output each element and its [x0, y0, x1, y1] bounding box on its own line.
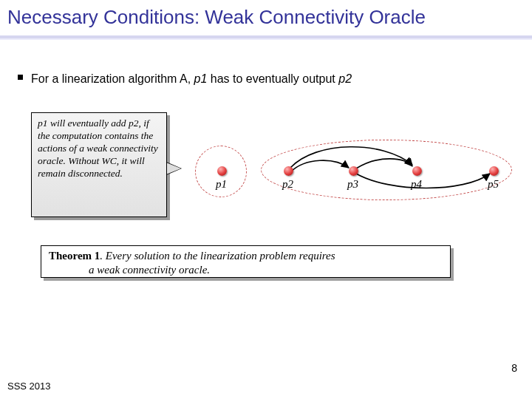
- theorem-label: Theorem 1: [49, 250, 100, 262]
- theorem-box: Theorem 1. Every solution to the lineari…: [41, 245, 451, 278]
- node-p3: [349, 166, 358, 176]
- title-underline: [0, 35, 532, 40]
- theorem-line2: a weak connectivity oracle.: [49, 264, 210, 276]
- page-number: 8: [511, 362, 517, 374]
- theorem-box-group: Theorem 1. Every solution to the lineari…: [41, 245, 454, 282]
- bullet-p1: p1: [194, 72, 208, 85]
- label-p1: p1: [216, 178, 227, 191]
- diagram: p1 p2 p3 p4 p5: [191, 144, 516, 211]
- slide-title: Necessary Conditions: Weak Connectivity …: [7, 6, 426, 29]
- label-p3: p3: [347, 178, 358, 191]
- slide: Necessary Conditions: Weak Connectivity …: [0, 0, 532, 399]
- label-p2: p2: [282, 178, 293, 191]
- bullet-icon: [18, 75, 23, 80]
- node-p1: [217, 166, 227, 176]
- label-p5: p5: [488, 178, 499, 191]
- callout-wedge: [166, 163, 181, 174]
- bullet-text-mid: has to eventually output: [207, 72, 338, 85]
- edge-p2-p4: [290, 147, 412, 168]
- bullet-p2: p2: [338, 72, 352, 85]
- edge-p2-p3: [290, 160, 349, 172]
- edge-p3-p4: [356, 159, 412, 168]
- label-p4: p4: [411, 178, 422, 191]
- bullet-line: For a linearization algorithm A, p1 has …: [31, 72, 352, 86]
- footer-text: SSS 2013: [7, 381, 51, 392]
- callout-box: p1 will eventually add p2, if the comput…: [31, 112, 167, 217]
- node-p4: [412, 166, 422, 176]
- edges-svg: [191, 144, 516, 211]
- callout: p1 will eventually add p2, if the comput…: [31, 112, 171, 223]
- node-p2: [284, 166, 293, 176]
- theorem-line1: . Every solution to the linearization pr…: [100, 250, 335, 262]
- node-p5: [489, 166, 499, 176]
- edge-p3-p5: [356, 174, 490, 188]
- callout-text: p1 will eventually add p2, if the comput…: [38, 117, 158, 179]
- bullet-text-pre: For a linearization algorithm A,: [31, 72, 194, 85]
